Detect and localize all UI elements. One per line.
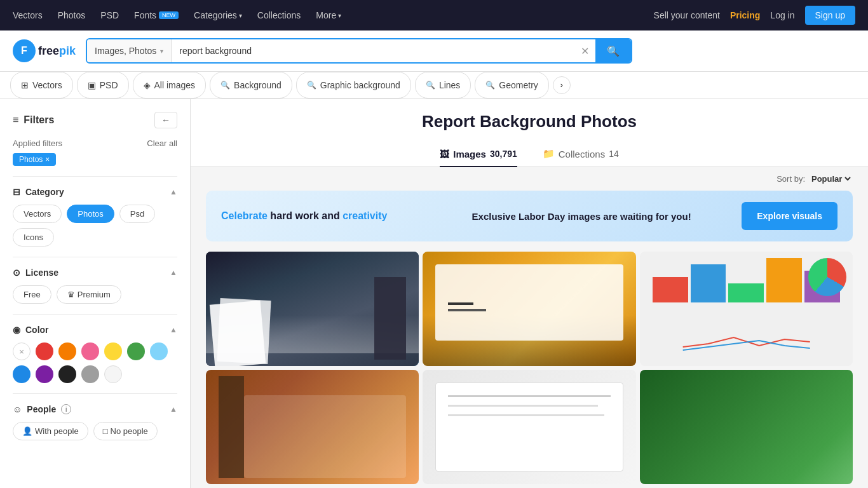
search-button[interactable]: 🔍 xyxy=(595,39,631,62)
image-card-3[interactable] xyxy=(640,252,853,366)
collapse-sidebar-button[interactable]: ← xyxy=(154,112,177,128)
filter-chip-geometry[interactable]: 🔍 Geometry xyxy=(475,72,548,98)
nav-psd[interactable]: PSD xyxy=(100,10,119,20)
image-card-1[interactable] xyxy=(206,252,419,366)
filter-chip-vectors[interactable]: ⊞ Vectors xyxy=(10,72,73,98)
all-images-chip-icon: ◈ xyxy=(144,80,151,90)
search-input[interactable] xyxy=(172,39,574,62)
search-type-chevron-icon: ▾ xyxy=(160,48,163,55)
color-section: ◉ Color ▲ × xyxy=(13,314,177,393)
filter-chip-psd[interactable]: ▣ PSD xyxy=(77,72,129,98)
nav-photos[interactable]: Photos xyxy=(58,10,86,20)
image-card-5[interactable] xyxy=(423,370,635,484)
filter-chip-graphic-background[interactable]: 🔍 Graphic background xyxy=(296,72,411,98)
sidebar-header: ≡ Filters ← xyxy=(13,112,177,128)
background-chip-icon: 🔍 xyxy=(220,81,230,90)
vectors-chip-icon: ⊞ xyxy=(21,80,29,90)
category-vectors-button[interactable]: Vectors xyxy=(13,205,62,223)
pricing-link[interactable]: Pricing xyxy=(730,10,760,20)
sell-content-link[interactable]: Sell your content xyxy=(654,10,720,20)
license-section: ⊙ License ▲ Free ♛ Premium xyxy=(13,257,177,314)
category-icons-button[interactable]: Icons xyxy=(13,228,54,247)
images-tab-label: Images xyxy=(453,149,486,159)
category-section-header[interactable]: ⊟ Category ▲ xyxy=(13,187,177,197)
images-tab-icon: 🖼 xyxy=(440,149,449,159)
category-title: ⊟ Category xyxy=(13,187,64,197)
filter-icon: ≡ xyxy=(13,114,18,126)
license-free-button[interactable]: Free xyxy=(13,285,51,304)
sort-select[interactable]: Popular xyxy=(809,173,853,184)
tab-images[interactable]: 🖼 Images 30,791 xyxy=(440,142,517,167)
applied-filters-label: Applied filters xyxy=(13,139,62,148)
license-section-header[interactable]: ⊙ License ▲ xyxy=(13,268,177,278)
license-icon: ⊙ xyxy=(13,268,20,278)
filter-chip-lines[interactable]: 🔍 Lines xyxy=(415,72,471,98)
people-section-header[interactable]: ☺ People i ▲ xyxy=(13,404,177,414)
image-card-2[interactable] xyxy=(423,252,635,366)
color-gray[interactable] xyxy=(81,365,99,383)
image-card-4[interactable] xyxy=(206,370,419,484)
color-black[interactable] xyxy=(58,365,76,383)
color-section-header[interactable]: ◉ Color ▲ xyxy=(13,325,177,335)
license-premium-button[interactable]: ♛ Premium xyxy=(57,285,121,304)
color-orange[interactable] xyxy=(58,342,76,360)
color-pink[interactable] xyxy=(81,342,99,360)
color-chevron-icon: ▲ xyxy=(170,325,177,334)
color-purple[interactable] xyxy=(36,365,53,383)
license-chevron-icon: ▲ xyxy=(170,268,177,277)
color-green[interactable] xyxy=(127,342,145,360)
color-white[interactable] xyxy=(104,365,122,383)
all-images-chip-label: All images xyxy=(154,80,196,90)
clear-all-link[interactable]: Clear all xyxy=(147,139,177,148)
filter-chips-row: ⊞ Vectors ▣ PSD ◈ All images 🔍 Backgroun… xyxy=(0,72,868,99)
category-photos-button[interactable]: Photos xyxy=(67,205,114,223)
logo-text: freepik xyxy=(38,44,76,58)
color-light-blue[interactable] xyxy=(150,342,168,360)
sort-label: Sort by: xyxy=(776,174,805,184)
image-grid xyxy=(191,252,868,488)
category-section: ⊟ Category ▲ Vectors Photos Psd Icons xyxy=(13,176,177,257)
search-type-dropdown[interactable]: Images, Photos ▾ xyxy=(87,39,172,62)
top-nav-left: Vectors Photos PSD Fonts NEW Categories … xyxy=(13,10,341,20)
filter-chip-background[interactable]: 🔍 Background xyxy=(210,72,292,98)
people-section: ☺ People i ▲ 👤 With people □ No people xyxy=(13,393,177,451)
psd-chip-label: PSD xyxy=(100,80,118,90)
signup-button[interactable]: Sign up xyxy=(805,6,855,25)
search-bar-area: F freepik Images, Photos ▾ ✕ 🔍 xyxy=(0,30,868,72)
color-red[interactable] xyxy=(36,342,53,360)
nav-more[interactable]: More ▾ xyxy=(316,10,341,20)
nav-categories[interactable]: Categories ▾ xyxy=(194,10,242,20)
explore-visuals-button[interactable]: Explore visuals xyxy=(742,202,837,230)
color-clear[interactable]: × xyxy=(13,342,31,360)
login-button[interactable]: Log in xyxy=(770,10,794,20)
geometry-chip-icon: 🔍 xyxy=(485,81,495,90)
with-people-icon: 👤 xyxy=(22,426,32,436)
license-title: ⊙ License xyxy=(13,268,58,278)
people-title: ☺ People i xyxy=(13,404,71,414)
nav-vectors[interactable]: Vectors xyxy=(13,10,43,20)
nav-collections[interactable]: Collections xyxy=(257,10,301,20)
applied-filters: Applied filters Clear all Photos × xyxy=(13,139,177,166)
logo[interactable]: F freepik xyxy=(13,39,76,62)
promo-text: Celebrate hard work and creativity xyxy=(221,210,421,222)
color-swatches: × xyxy=(13,342,177,383)
category-psd-button[interactable]: Psd xyxy=(119,205,155,223)
search-clear-button[interactable]: ✕ xyxy=(574,39,595,62)
no-people-button[interactable]: □ No people xyxy=(93,422,158,440)
nav-fonts[interactable]: Fonts NEW xyxy=(134,10,179,20)
image-card-6[interactable] xyxy=(640,370,853,484)
people-buttons: 👤 With people □ No people xyxy=(13,422,177,440)
people-info-icon: i xyxy=(61,404,71,414)
color-blue[interactable] xyxy=(13,365,31,383)
filter-chip-all-images[interactable]: ◈ All images xyxy=(133,72,207,98)
chips-nav-next[interactable]: › xyxy=(553,76,571,94)
promo-banner: Celebrate hard work and creativity Exclu… xyxy=(206,191,853,241)
people-icon: ☺ xyxy=(13,404,22,414)
badge-remove-icon[interactable]: × xyxy=(45,155,50,164)
no-people-icon: □ xyxy=(103,426,108,436)
images-tab-count: 30,791 xyxy=(490,149,517,159)
color-yellow[interactable] xyxy=(104,342,122,360)
tab-collections[interactable]: 📁 Collections 14 xyxy=(543,142,619,167)
with-people-button[interactable]: 👤 With people xyxy=(13,422,88,440)
main-layout: ≡ Filters ← Applied filters Clear all Ph… xyxy=(0,99,868,488)
